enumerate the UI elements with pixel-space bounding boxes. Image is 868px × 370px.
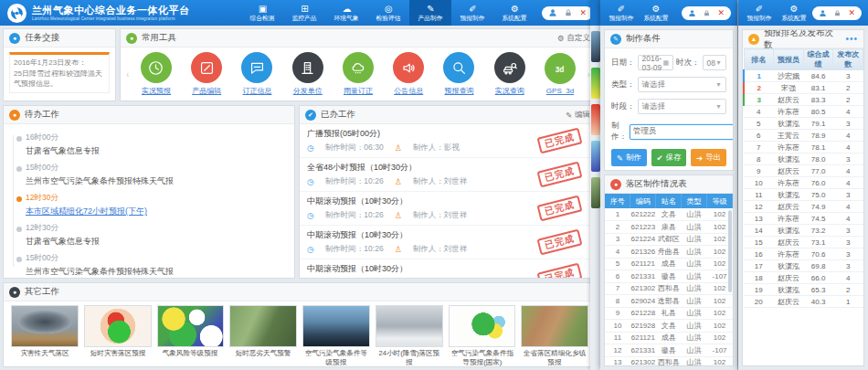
table-row[interactable]: 11621121成县山洪102 [605, 332, 733, 344]
nav-item-gear[interactable]: ⚙系统配置 [777, 0, 811, 26]
table-row[interactable]: 19狄潇泓65.32 [744, 284, 863, 296]
table-row[interactable]: 10621928文县山洪102 [605, 320, 733, 333]
other-work-item[interactable]: 空气污染气象条件指导预报(国家) [449, 305, 516, 367]
lock-icon[interactable] [703, 5, 711, 21]
clock-icon: ◷ [307, 211, 314, 220]
table-row[interactable]: 17狄潇泓69.83 [744, 260, 863, 272]
tool-car[interactable]: 实况查询 [494, 52, 525, 96]
carousel-left-icon[interactable]: ‹ [124, 69, 131, 79]
table-row[interactable]: 6621331徽县山洪-107 [605, 270, 733, 283]
todo-item[interactable]: 12时30分甘肃省气象信息专报 [11, 220, 287, 250]
tool-building[interactable]: 分发单位 [292, 52, 323, 96]
other-work-item[interactable]: 空气污染气象条件等级预报 [302, 305, 370, 367]
user-icon[interactable] [548, 5, 557, 21]
todo-item[interactable]: 12时30分本市区域精细化72小时预报(下午) [11, 190, 287, 220]
done-item[interactable]: 全省48小时预报（10时30分）◷制作时间：10:26♙制作人：刘世祥已完成 [300, 158, 596, 192]
tool-search[interactable]: 预报查询 [443, 52, 474, 96]
user-icon[interactable] [688, 5, 696, 21]
tool-3d[interactable]: 3dGPS_3d [545, 53, 576, 95]
table-row[interactable]: 8629024迭部县山洪102 [605, 295, 733, 308]
table-row[interactable]: 16许东蓓70.63 [744, 248, 863, 260]
export-button[interactable]: ➔导出 [691, 149, 726, 166]
type-select[interactable]: 请选择▼ [638, 77, 727, 92]
tool-edit[interactable]: 产品编辑 [191, 52, 222, 96]
close-icon[interactable]: ✕ [848, 9, 855, 17]
nav-item-grid[interactable]: ⊞监控产品 [283, 0, 325, 26]
tool-chat[interactable]: 订正信息 [241, 52, 272, 96]
tool-speaker[interactable]: 公告信息 [393, 52, 424, 96]
make-button[interactable]: ✎制作 [611, 149, 647, 166]
table-row[interactable]: 15赵庆云73.13 [744, 237, 863, 248]
todo-item[interactable]: 15时00分兰州市空气污染气象条件预报特殊天气报 [11, 160, 287, 190]
table-row[interactable]: 3621224武都区山洪102 [605, 233, 733, 246]
nav-item-gear[interactable]: ⚙系统配置 [639, 0, 673, 26]
done-item[interactable]: 中期滚动预报（10时30分）◷制作时间：10:26♙制作人：刘世祥已完成 [300, 259, 596, 278]
edit-button[interactable]: ✎编辑 [566, 110, 590, 121]
table-row[interactable]: 11狄潇泓75.03 [744, 189, 863, 201]
tool-cloud[interactable]: 雨量订正 [343, 52, 374, 96]
cell: 102 [707, 320, 733, 333]
lock-icon[interactable] [564, 5, 573, 21]
table-row[interactable]: 9赵庆云77.04 [744, 165, 863, 177]
table-row[interactable]: 8狄潇泓78.03 [744, 153, 863, 165]
table-row[interactable]: 3赵庆云83.32 [744, 94, 863, 106]
table-row[interactable]: 2宋强83.12 [744, 82, 863, 94]
other-work-item[interactable]: 全省落区精细化乡镇预报 [521, 305, 588, 367]
nav-item-pen[interactable]: ✐预报制作 [604, 0, 639, 26]
more-menu-icon[interactable]: ••• [845, 34, 858, 44]
table-row[interactable]: 4621326舟曲县山洪102 [605, 246, 733, 259]
table-row[interactable]: 5狄潇泓79.13 [744, 118, 863, 130]
save-button[interactable]: ✔保存 [651, 149, 687, 166]
done-item[interactable]: 广播预报(05时00分)◷制作时间：06:30♙制作人：影视已完成 [300, 124, 596, 158]
nav-item-pen[interactable]: ✐预报制作 [742, 0, 777, 26]
nav-item-cloud[interactable]: ☁环境气象 [325, 0, 367, 26]
nav-item-check[interactable]: ◎检验评估 [367, 0, 409, 26]
done-item[interactable]: 中期滚动预报（10时30分）◷制作时间：10:26♙制作人：刘世祥已完成 [300, 192, 596, 226]
table-row[interactable]: 10许东蓓76.04 [744, 177, 863, 189]
other-work-item[interactable]: 短时灾害落区预报 [84, 305, 152, 358]
maker-input[interactable] [630, 124, 734, 140]
table-row[interactable]: 1沙宏娥84.63 [744, 70, 863, 82]
nav-item-pen[interactable]: ✐预报制作 [451, 0, 493, 26]
close-icon[interactable]: ✕ [579, 9, 587, 17]
nav-item-gear[interactable]: ⚙系统配置 [493, 0, 535, 26]
nav-item-label: 系统配置 [782, 14, 807, 22]
table-row[interactable]: 9621228礼县山洪102 [605, 307, 733, 320]
table-row[interactable]: 7621302西和县山洪102 [605, 282, 733, 295]
table-row[interactable]: 2621223康县山洪102 [605, 221, 733, 234]
period-select[interactable]: 请选择▼ [638, 99, 727, 114]
gear-icon: ⚙ [652, 4, 661, 14]
table-row[interactable]: 13许东蓓74.54 [744, 213, 863, 225]
done-item[interactable]: 中期滚动预报（10时30分）◷制作时间：10:26♙制作人：刘世祥已完成 [300, 226, 596, 259]
col-header: 编码 [630, 194, 656, 208]
table-row[interactable]: 20赵庆云40.31 [744, 296, 863, 308]
other-work-item[interactable]: 24小时(降雪)落区预报 [376, 305, 443, 367]
nav-item-edit[interactable]: ✎产品制作 [409, 0, 451, 26]
other-work-item[interactable]: 短时恶劣天气预警 [229, 305, 297, 358]
lock-icon[interactable] [833, 5, 842, 21]
todo-item[interactable]: 15时00分兰州市空气污染气象条件预报特殊天气报 [11, 250, 287, 278]
table-row[interactable]: 13621302西和县山洪102 [605, 356, 733, 365]
table-row[interactable]: 6王黉云78.94 [744, 130, 863, 142]
close-icon[interactable]: ✕ [717, 9, 725, 17]
other-work-item[interactable]: 灾害性天气落区 [11, 305, 79, 358]
timestep-select[interactable]: 08▼ [703, 55, 726, 70]
table-row[interactable]: 7许东蓓78.14 [744, 142, 863, 153]
other-work-item[interactable]: 气象风险等级预报 [157, 305, 225, 358]
todo-title[interactable]: 本市区域精细化72小时预报(下午) [26, 206, 287, 217]
scrollbar[interactable] [728, 210, 732, 292]
table-row[interactable]: 14狄潇泓73.23 [744, 225, 863, 237]
tool-clock[interactable]: 实况预报 [141, 52, 172, 96]
customize-button[interactable]: ⚙自定义 [557, 33, 590, 44]
todo-item[interactable]: 16时00分甘肃省气象信息专报 [11, 130, 287, 160]
table-row[interactable]: 1621222文县山洪102 [605, 208, 733, 221]
todo-icon: ● [9, 110, 20, 121]
table-row[interactable]: 12赵庆云74.94 [744, 201, 863, 213]
user-icon[interactable] [819, 5, 827, 21]
table-row[interactable]: 5621121成县山洪102 [605, 258, 733, 270]
table-row[interactable]: 4许东蓓80.54 [744, 106, 863, 118]
table-row[interactable]: 12621331徽县山洪-107 [605, 344, 733, 357]
nav-item-monitor[interactable]: ▣综合检测 [241, 0, 283, 26]
date-field[interactable]: 2016-03-09▦ [638, 55, 674, 70]
table-row[interactable]: 18赵庆云66.04 [744, 272, 863, 284]
